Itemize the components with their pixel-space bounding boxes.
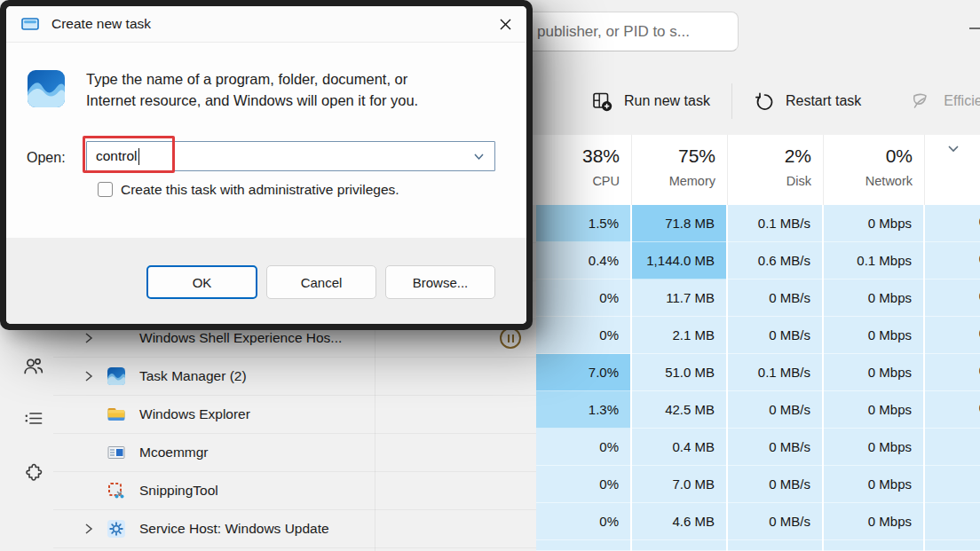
restart-task-button[interactable]: Restart task: [754, 91, 861, 112]
disk-total: 2%: [785, 146, 811, 167]
expand-chevron-icon[interactable]: [83, 331, 94, 345]
network-cell: 0 Mbps: [824, 279, 923, 317]
folder-icon: [107, 405, 126, 424]
leaf-icon: [910, 91, 933, 113]
dialog-title: Create new task: [51, 16, 151, 32]
dialog-instruction: Type the name of a program, folder, docu…: [86, 68, 494, 111]
stats-row[interactable]: 0.4% 1,144.0 MB 0.6 MB/s 0.1 Mbps 0: [536, 242, 980, 279]
stats-row[interactable]: 1.5% 71.8 MB 0.1 MB/s 0 Mbps 0: [536, 205, 980, 242]
screen: publisher, or PID to s... Run new task: [0, 0, 980, 551]
stats-row[interactable]: 0% 0.4 MB 0 MB/s 0 Mbps: [536, 429, 980, 466]
network-cell: 0.1 Mbps: [824, 242, 923, 279]
restart-task-label: Restart task: [786, 93, 861, 109]
extra-cell: 0: [925, 317, 980, 354]
memory-cell: 0.4 MB: [632, 429, 726, 466]
stats-row[interactable]: 1.3% 42.5 MB 0 MB/s 0 Mbps 0: [536, 391, 980, 429]
extra-cell: [925, 429, 980, 466]
disk-cell: 0 MB/s: [728, 503, 822, 540]
column-header-disk[interactable]: 2% Disk: [728, 135, 824, 205]
network-cell: 0 Mbps: [824, 391, 923, 429]
sidebar-item-users[interactable]: [22, 355, 44, 377]
stats-row-partial: [536, 540, 980, 551]
process-name: Windows Explorer: [139, 396, 250, 433]
network-label: Network: [865, 174, 913, 188]
close-icon[interactable]: [489, 10, 521, 38]
process-row[interactable]: SnippingTool: [53, 472, 536, 510]
task-manager-icon: [107, 366, 126, 386]
column-header-network[interactable]: 0% Network: [824, 135, 925, 205]
network-cell: 0 Mbps: [824, 354, 923, 391]
suspended-pause-icon: [500, 327, 521, 349]
column-header-cpu[interactable]: 38% CPU: [536, 135, 632, 205]
task-manager-logo: [27, 69, 66, 108]
stats-row[interactable]: 0% 7.0 MB 0 MB/s 0 Mbps: [536, 466, 980, 503]
stats-row[interactable]: 0% 2.1 MB 0 MB/s 0 Mbps 0: [536, 317, 980, 354]
memory-cell: 4.6 MB: [632, 503, 726, 540]
disk-cell: 0 MB/s: [728, 317, 822, 354]
dialog-titlebar[interactable]: Create new task: [6, 6, 526, 43]
run-new-task-button[interactable]: Run new task: [591, 91, 710, 113]
disk-cell: 0 MB/s: [728, 466, 822, 503]
process-name: Service Host: Windows Update: [139, 510, 329, 547]
network-cell: 0 Mbps: [824, 317, 923, 354]
extra-cell: 0: [925, 242, 980, 279]
stats-row[interactable]: 7.0% 51.0 MB 0.1 MB/s 0 Mbps 0: [536, 354, 980, 391]
service-gear-icon: [107, 519, 126, 539]
admin-privileges-row: Create this task with administrative pri…: [98, 182, 399, 198]
process-row[interactable]: Windows Explorer: [53, 396, 536, 434]
stats-row[interactable]: 0% 11.7 MB 0 MB/s 0 Mbps 0: [536, 279, 980, 317]
create-new-task-dialog: Create new task: [0, 0, 533, 330]
sidebar-item-details[interactable]: [22, 407, 44, 429]
memory-total: 75%: [678, 146, 715, 167]
extra-cell: [925, 503, 980, 540]
cpu-label: CPU: [592, 174, 620, 188]
network-cell: 0 Mbps: [824, 503, 923, 540]
sidebar-item-services[interactable]: [22, 462, 44, 484]
open-combobox-input[interactable]: control: [86, 141, 495, 171]
toolbar-separator: [731, 83, 732, 119]
expand-chevron-icon[interactable]: [83, 522, 94, 536]
disk-cell: 0 MB/s: [728, 279, 822, 317]
dialog-footer: OK Cancel Browse...: [6, 238, 526, 324]
extra-cell: [925, 466, 980, 503]
process-row[interactable]: Task Manager (2): [53, 358, 536, 396]
cpu-cell: 7.0%: [536, 354, 630, 391]
text-caret: [138, 148, 140, 165]
network-cell: 0 Mbps: [824, 205, 923, 242]
admin-privileges-checkbox[interactable]: [98, 182, 113, 197]
window-icon: [21, 17, 39, 31]
stats-row[interactable]: 0% 4.6 MB 0 MB/s 0 Mbps: [536, 503, 980, 540]
memory-cell: 71.8 MB: [632, 205, 726, 242]
process-row[interactable]: Mcoemmgr: [53, 434, 536, 472]
memory-cell: 2.1 MB: [632, 317, 726, 354]
efficiency-mode-label: Efficie: [944, 93, 980, 109]
efficiency-mode-button[interactable]: Efficie: [910, 91, 980, 113]
admin-privileges-label: Create this task with administrative pri…: [121, 182, 399, 198]
disk-label: Disk: [786, 174, 811, 188]
memory-cell: 51.0 MB: [632, 354, 726, 391]
column-header-memory[interactable]: 75% Memory: [632, 135, 728, 205]
restart-icon: [754, 91, 775, 112]
process-row[interactable]: Service Host: Windows Update: [53, 510, 536, 548]
toolbar: Run new task Restart task Efficie: [536, 82, 980, 121]
combobox-chevron-down-icon[interactable]: [472, 151, 486, 162]
network-total: 0%: [886, 146, 913, 167]
cancel-button[interactable]: Cancel: [266, 265, 376, 299]
disk-cell: 0.1 MB/s: [728, 354, 822, 391]
ok-button[interactable]: OK: [146, 265, 257, 299]
open-input-value: control: [96, 148, 138, 164]
process-name: Task Manager (2): [139, 358, 247, 395]
process-name: SnippingTool: [139, 472, 218, 509]
disk-cell: 0 MB/s: [728, 391, 822, 429]
open-label: Open:: [27, 150, 66, 166]
search-placeholder: publisher, or PID to s...: [537, 23, 690, 41]
cpu-cell: 0%: [536, 466, 630, 503]
run-new-task-icon: [591, 91, 613, 113]
minimize-button[interactable]: [969, 28, 980, 29]
process-stats-grid: 1.5% 71.8 MB 0.1 MB/s 0 Mbps 0 0.4% 1,14…: [536, 205, 980, 551]
run-new-task-label: Run new task: [624, 93, 710, 109]
memory-cell: 11.7 MB: [632, 279, 726, 317]
browse-button[interactable]: Browse...: [385, 265, 495, 299]
expand-chevron-icon[interactable]: [83, 369, 94, 383]
column-header-more[interactable]: [925, 135, 980, 205]
